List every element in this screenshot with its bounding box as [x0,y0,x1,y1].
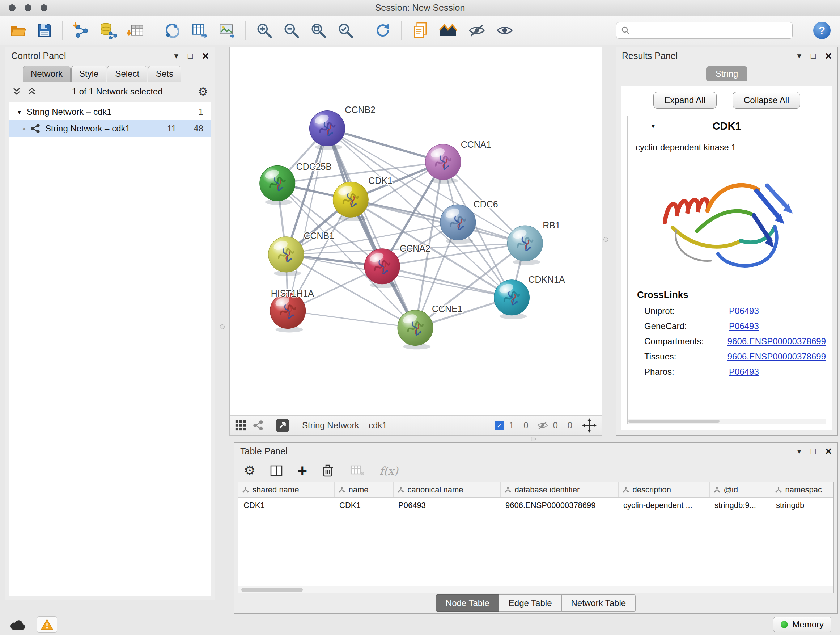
expand-all-networks-icon[interactable] [27,87,36,96]
network-row[interactable]: ● String Network – cdk1 11 48 [9,120,210,137]
import-network-from-database-button[interactable] [99,22,117,39]
apply-layout-button[interactable] [374,22,392,39]
crosslink-link[interactable]: P06493 [729,306,759,316]
tab-sets[interactable]: Sets [148,65,181,82]
table-cell[interactable]: P06493 [393,497,500,513]
column-header[interactable]: shared name [238,482,334,497]
table-cell[interactable]: CDK1 [238,497,334,513]
table-cell[interactable]: cyclin-dependent ... [618,497,709,513]
tab-node-table[interactable]: Node Table [436,594,499,612]
network-share-icon[interactable] [253,420,264,431]
help-button[interactable]: ? [813,22,831,39]
save-session-button[interactable] [36,22,52,38]
tab-style[interactable]: Style [71,65,106,82]
show-details-button[interactable] [496,22,514,39]
network-node-RB1[interactable]: RB1 [508,220,561,265]
warnings-button[interactable] [37,616,57,633]
column-header[interactable]: database identifier [500,482,618,497]
panel-menu-icon[interactable]: ▾ [797,447,801,455]
network-node-HIST1H1A[interactable]: HIST1H1A [270,288,314,333]
tab-string[interactable]: String [706,66,748,81]
hide-details-button[interactable] [468,22,486,39]
window-minimize-button[interactable] [25,4,32,11]
search-input[interactable] [634,25,788,35]
panel-maximize-icon[interactable]: □ [811,447,816,455]
scrollbar-thumb[interactable] [628,420,720,423]
crosslink-link[interactable]: 9606.ENSP00000378699 [728,336,826,347]
results-horizontal-scrollbar[interactable] [628,418,826,424]
search-box[interactable] [616,22,793,39]
collapse-all-button[interactable]: Collapse All [733,92,800,109]
tab-network-table[interactable]: Network Table [561,594,636,612]
collapse-all-networks-icon[interactable] [12,87,21,96]
scrollbar-thumb[interactable] [241,587,303,592]
memory-button[interactable]: Memory [773,616,831,632]
gene-section-header[interactable]: ▼ CDK1 [628,116,826,136]
add-column-icon[interactable]: + [297,464,307,478]
new-network-from-selection-button[interactable] [164,22,181,39]
network-edge[interactable] [327,128,443,162]
column-header[interactable]: canonical name [393,482,500,497]
zoom-in-button[interactable] [256,22,273,39]
table-cell[interactable]: CDK1 [334,497,393,513]
panel-maximize-icon[interactable]: □ [811,52,816,60]
move-crosshair-icon[interactable] [582,418,597,432]
home-pages-button[interactable] [439,22,458,39]
network-collection-row[interactable]: ▼ String Network – cdk1 1 [9,103,210,120]
network-options-gear-icon[interactable]: ⚙ [198,86,208,97]
crosslink-link[interactable]: P06493 [729,367,759,377]
tab-edge-table[interactable]: Edge Table [499,594,562,612]
network-node-CCNB2[interactable]: CCNB2 [309,105,376,150]
table-cell[interactable]: stringdb:9... [709,497,771,513]
network-node-CDKN1A[interactable]: CDKN1A [494,274,565,319]
table-horizontal-scrollbar[interactable] [238,586,834,593]
crosslink-link[interactable]: 9606.ENSP00000378699 [728,352,826,362]
open-session-button[interactable] [9,22,27,39]
panel-menu-icon[interactable]: ▾ [797,52,801,60]
import-table-from-file-button[interactable] [126,22,144,39]
copy-documents-button[interactable] [411,22,429,39]
bottom-divider-handle[interactable] [531,437,536,441]
table-cell[interactable]: 9606.ENSP00000378699 [500,497,618,513]
right-divider-handle[interactable] [603,237,608,242]
cloud-icon[interactable] [9,618,27,631]
panel-close-icon[interactable]: × [825,50,832,62]
new-table-button[interactable] [191,22,208,39]
show-columns-icon[interactable] [270,464,283,477]
table-row[interactable]: CDK1 CDK1 P06493 9606.ENSP00000378699 cy… [238,497,834,513]
import-network-from-file-button[interactable] [73,22,90,39]
section-collapse-icon[interactable]: ▼ [650,123,656,130]
zoom-out-button[interactable] [283,22,300,39]
network-node-CCNB1[interactable]: CCNB1 [268,231,334,276]
network-canvas[interactable]: CCNB2CCNA1CDC25BCDK1CDC6RB1CCNB1CCNA2CDK… [230,48,602,415]
column-header[interactable]: @id [709,482,771,497]
open-in-new-window-icon[interactable] [275,418,290,432]
network-edge[interactable] [351,200,525,243]
panel-maximize-icon[interactable]: □ [188,52,193,60]
crosslink-link[interactable]: P06493 [729,321,759,331]
network-edge[interactable] [327,128,415,328]
table-cell[interactable]: stringdb [771,497,834,513]
panel-menu-icon[interactable]: ▾ [174,52,178,60]
collection-expand-icon[interactable]: ▼ [17,109,22,115]
network-node-CDK1[interactable]: CDK1 [333,176,392,221]
export-image-button[interactable] [218,22,235,39]
column-header[interactable]: name [334,482,393,497]
network-edge[interactable] [288,311,415,328]
grid-view-icon[interactable] [235,420,246,431]
network-edge[interactable] [288,128,327,311]
expand-all-button[interactable]: Expand All [653,92,717,109]
tab-select[interactable]: Select [107,65,147,82]
left-divider-handle[interactable] [220,325,225,329]
table-options-gear-icon[interactable]: ⚙ [244,464,256,477]
window-zoom-button[interactable] [41,4,47,11]
zoom-fit-button[interactable] [309,22,327,39]
column-header[interactable]: description [618,482,709,497]
zoom-selected-button[interactable] [337,22,354,39]
tab-network[interactable]: Network [23,65,71,82]
delete-column-icon[interactable] [322,464,334,478]
panel-close-icon[interactable]: × [202,50,209,62]
panel-close-icon[interactable]: × [825,446,832,457]
window-close-button[interactable] [9,4,16,11]
column-header[interactable]: namespac [771,482,834,497]
